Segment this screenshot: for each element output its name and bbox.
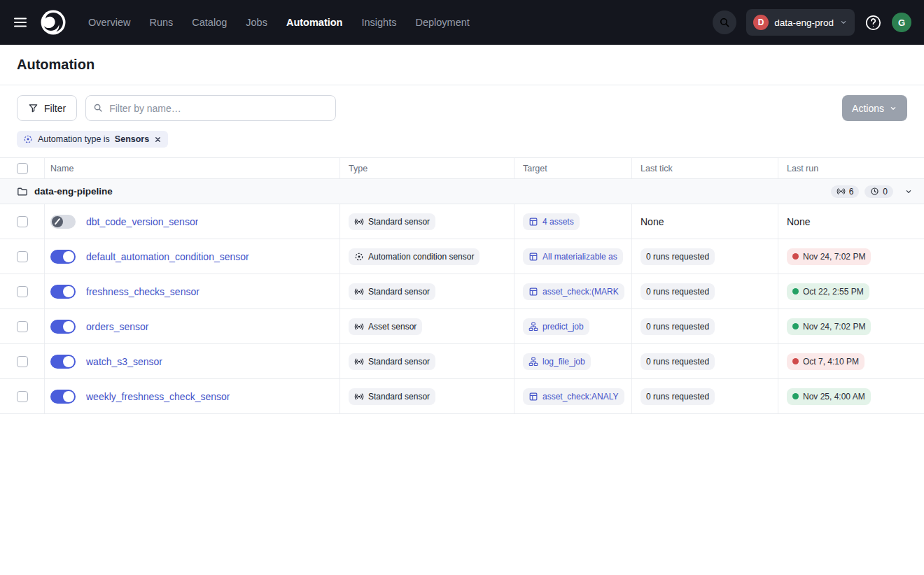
group-row: data-eng-pipeline 6 0 — [0, 179, 924, 204]
chevron-down-icon — [839, 18, 848, 27]
nav-item-insights[interactable]: Insights — [361, 17, 396, 28]
remove-filter-button[interactable] — [154, 136, 162, 143]
top-navbar: OverviewRunsCatalogJobsAutomationInsight… — [0, 0, 924, 45]
target-label: All materializable as — [542, 252, 617, 262]
nav-item-overview[interactable]: Overview — [88, 17, 130, 28]
status-dot — [792, 253, 799, 260]
actions-button[interactable]: Actions — [842, 95, 907, 121]
sensor-toggle[interactable] — [50, 215, 76, 229]
last-run-label: Nov 24, 7:02 PM — [803, 252, 865, 262]
target-badge[interactable]: 4 assets — [523, 213, 580, 230]
type-badge: Standard sensor — [349, 353, 435, 370]
chevron-down-icon — [904, 187, 913, 196]
automation-type-icon — [23, 134, 33, 144]
last-run-label: Oct 7, 4:10 PM — [803, 357, 859, 367]
target-badge[interactable]: predict_job — [523, 318, 589, 335]
chevron-down-icon — [889, 104, 897, 113]
user-avatar[interactable]: G — [892, 13, 911, 32]
hamburger-menu-button[interactable] — [13, 15, 28, 30]
last-tick-label: 0 runs requested — [646, 252, 709, 262]
row-checkbox[interactable] — [17, 356, 28, 367]
target-label: 4 assets — [542, 217, 574, 227]
last-run-badge[interactable]: Oct 7, 4:10 PM — [787, 353, 864, 370]
asset-icon — [528, 287, 538, 297]
target-label: asset_check:ANALY — [542, 392, 619, 402]
column-header-last-tick: Last tick — [632, 158, 778, 178]
table-row: dbt_code_version_sensorStandard sensor4 … — [0, 204, 924, 239]
nav-item-jobs[interactable]: Jobs — [246, 17, 267, 28]
hamburger-icon — [13, 15, 28, 30]
target-badge[interactable]: asset_check:ANALY — [523, 388, 624, 405]
table-row: orders_sensorAsset sensorpredict_job0 ru… — [0, 309, 924, 344]
toggle-knob — [63, 356, 74, 367]
last-tick-badge: 0 runs requested — [640, 388, 715, 405]
column-header-name: Name — [45, 158, 340, 178]
type-badge: Asset sensor — [349, 318, 422, 335]
sensor-toggle[interactable] — [50, 390, 76, 404]
filter-chip-value: Sensors — [115, 134, 149, 144]
row-checkbox[interactable] — [17, 216, 28, 227]
type-label: Standard sensor — [368, 287, 430, 297]
column-header-target: Target — [514, 158, 632, 178]
target-badge[interactable]: log_file_job — [523, 353, 591, 370]
row-checkbox[interactable] — [17, 391, 28, 402]
dagster-logo[interactable] — [39, 8, 67, 36]
last-run-value: None — [787, 216, 810, 227]
active-filters-row: Automation type is Sensors — [0, 127, 924, 158]
last-tick-badge: 0 runs requested — [640, 248, 715, 265]
status-dot — [792, 358, 799, 364]
row-checkbox[interactable] — [17, 286, 28, 297]
sensor-icon — [354, 357, 364, 367]
last-tick-badge: 0 runs requested — [640, 353, 715, 370]
actions-button-label: Actions — [852, 103, 884, 114]
folder-icon — [17, 186, 28, 197]
last-run-badge[interactable]: Nov 24, 7:02 PM — [787, 248, 871, 265]
sensor-toggle[interactable] — [50, 250, 76, 264]
last-run-label: Nov 25, 4:00 AM — [803, 392, 865, 402]
clock-icon — [870, 187, 879, 196]
type-badge: Standard sensor — [349, 283, 435, 300]
sensor-name-link[interactable]: orders_sensor — [86, 321, 149, 332]
type-label: Standard sensor — [368, 392, 430, 402]
row-checkbox[interactable] — [17, 321, 28, 332]
filter-button[interactable]: Filter — [17, 95, 77, 121]
automation-type-filter-chip[interactable]: Automation type is Sensors — [17, 131, 168, 148]
last-run-badge[interactable]: Nov 24, 7:02 PM — [787, 318, 871, 335]
deployment-selector[interactable]: D data-eng-prod — [746, 9, 855, 36]
target-badge[interactable]: asset_check:(MARK — [523, 283, 624, 300]
sensor-name-link[interactable]: watch_s3_sensor — [86, 356, 162, 367]
group-collapse-button[interactable] — [904, 187, 913, 196]
page-title: Automation — [17, 57, 907, 73]
sensor-count-badge: 6 — [831, 185, 860, 198]
status-dot — [792, 323, 799, 329]
nav-item-automation[interactable]: Automation — [286, 17, 343, 28]
sensor-icon — [354, 392, 364, 402]
nav-item-deployment[interactable]: Deployment — [415, 17, 469, 28]
name-filter-wrap — [85, 95, 336, 121]
main-nav: OverviewRunsCatalogJobsAutomationInsight… — [88, 17, 470, 28]
sensor-name-link[interactable]: dbt_code_version_sensor — [86, 216, 198, 227]
row-checkbox[interactable] — [17, 251, 28, 262]
type-label: Automation condition sensor — [368, 252, 474, 262]
schedule-count: 0 — [883, 187, 888, 197]
search-button[interactable] — [713, 10, 736, 34]
job-icon — [528, 357, 538, 367]
toggle-knob — [63, 391, 74, 402]
last-run-badge[interactable]: Nov 25, 4:00 AM — [787, 388, 871, 405]
sensor-name-link[interactable]: weekly_freshness_check_sensor — [86, 391, 230, 402]
sensor-toggle[interactable] — [50, 355, 76, 369]
last-tick-label: 0 runs requested — [646, 322, 709, 332]
table-header: Name Type Target Last tick Last run — [0, 158, 924, 179]
nav-item-catalog[interactable]: Catalog — [192, 17, 227, 28]
help-button[interactable] — [864, 14, 882, 31]
sensor-name-link[interactable]: freshness_checks_sensor — [86, 286, 200, 297]
target-badge[interactable]: All materializable as — [523, 248, 623, 265]
name-filter-input[interactable] — [85, 95, 336, 121]
nav-item-runs[interactable]: Runs — [149, 17, 173, 28]
sensor-toggle[interactable] — [50, 320, 76, 334]
sensor-toggle[interactable] — [50, 285, 76, 299]
select-all-checkbox[interactable] — [17, 163, 28, 174]
last-run-badge[interactable]: Oct 22, 2:55 PM — [787, 283, 869, 300]
search-icon — [93, 103, 103, 113]
sensor-name-link[interactable]: default_automation_condition_sensor — [86, 251, 249, 262]
